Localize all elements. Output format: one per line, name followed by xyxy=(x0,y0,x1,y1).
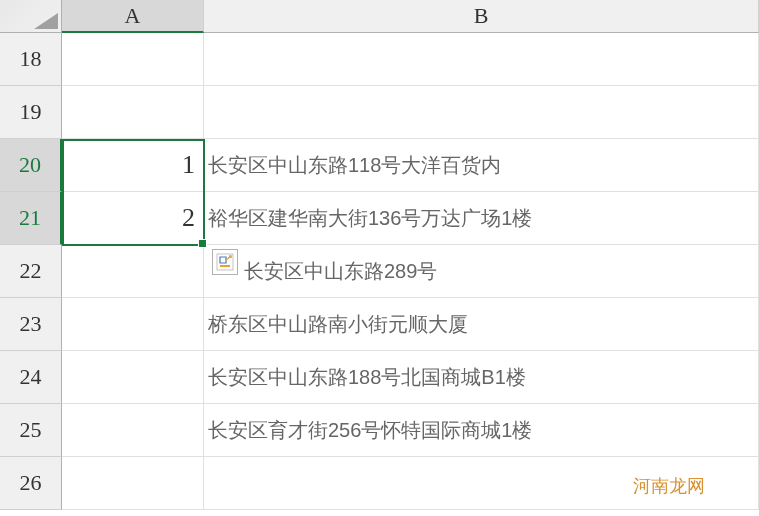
cell-b23[interactable]: 桥东区中山路南小街元顺大厦 xyxy=(204,298,759,351)
row-header-26[interactable]: 26 xyxy=(0,457,62,510)
row-header-20[interactable]: 20 xyxy=(0,139,62,192)
cell-a25[interactable] xyxy=(62,404,204,457)
cell-b25[interactable]: 长安区育才街256号怀特国际商城1楼 xyxy=(204,404,759,457)
row-header-19[interactable]: 19 xyxy=(0,86,62,139)
cell-a26[interactable] xyxy=(62,457,204,510)
row-header-25[interactable]: 25 xyxy=(0,404,62,457)
spreadsheet-grid: A B 18 19 20 1 长安区中山东路118号大洋百货内 21 2 裕华区… xyxy=(0,0,759,510)
cell-a23[interactable] xyxy=(62,298,204,351)
row-header-18[interactable]: 18 xyxy=(0,33,62,86)
watermark-text: 河南龙网 xyxy=(633,474,705,498)
autofill-options-icon[interactable] xyxy=(212,249,238,275)
row-header-23[interactable]: 23 xyxy=(0,298,62,351)
column-header-b[interactable]: B xyxy=(204,0,759,33)
cell-a22[interactable] xyxy=(62,245,204,298)
cell-b20[interactable]: 长安区中山东路118号大洋百货内 xyxy=(204,139,759,192)
cell-b24[interactable]: 长安区中山东路188号北国商城B1楼 xyxy=(204,351,759,404)
cell-a18[interactable] xyxy=(62,33,204,86)
row-header-22[interactable]: 22 xyxy=(0,245,62,298)
cell-a20[interactable]: 1 xyxy=(62,139,204,192)
cell-b21[interactable]: 裕华区建华南大街136号万达广场1楼 xyxy=(204,192,759,245)
cell-a21[interactable]: 2 xyxy=(62,192,204,245)
cell-a24[interactable] xyxy=(62,351,204,404)
cell-b18[interactable] xyxy=(204,33,759,86)
svg-rect-1 xyxy=(220,265,230,267)
row-header-21[interactable]: 21 xyxy=(0,192,62,245)
cell-a19[interactable] xyxy=(62,86,204,139)
row-header-24[interactable]: 24 xyxy=(0,351,62,404)
cell-b22[interactable]: 长安区中山东路289号 xyxy=(204,245,759,298)
select-all-corner[interactable] xyxy=(0,0,62,33)
column-header-a[interactable]: A xyxy=(62,0,204,33)
cell-b19[interactable] xyxy=(204,86,759,139)
